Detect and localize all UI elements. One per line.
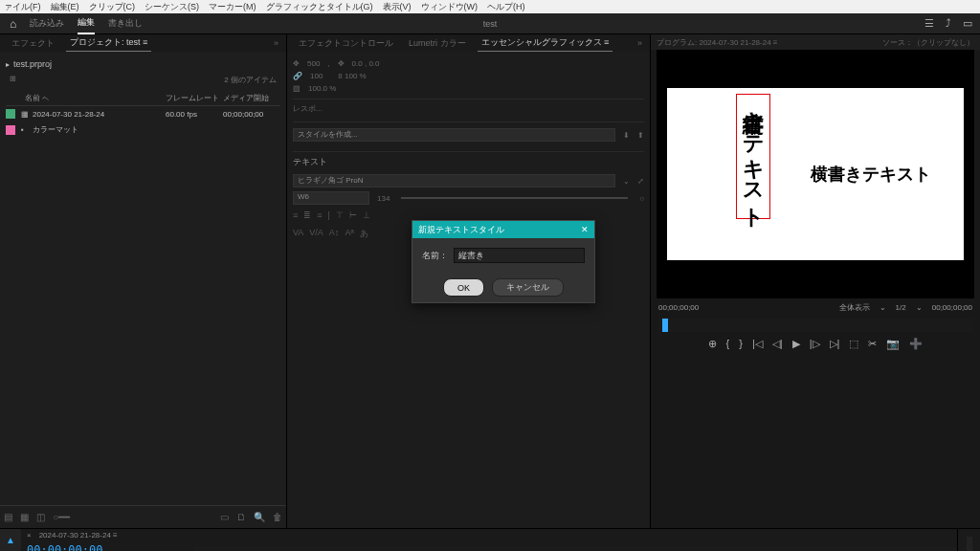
leading-icon[interactable]: A↕ bbox=[329, 228, 340, 240]
menu-graphics[interactable]: グラフィックとタイトル(G) bbox=[266, 1, 373, 13]
timeline-timecode[interactable]: 00;00;00;00 bbox=[21, 541, 193, 551]
sequence-name[interactable]: 2024-07-30 21-28-24 ≡ bbox=[39, 531, 118, 540]
program-playbar[interactable] bbox=[658, 319, 972, 332]
font-size-value[interactable]: 134 bbox=[377, 194, 390, 203]
tab-overflow-icon[interactable]: » bbox=[637, 38, 642, 48]
home-icon[interactable]: ⌂ bbox=[10, 17, 16, 31]
workspace-export[interactable]: 書き出し bbox=[108, 13, 143, 33]
fit-select[interactable]: 全体表示 bbox=[839, 302, 870, 313]
horizontal-text[interactable]: 横書きテキスト bbox=[811, 163, 931, 186]
new-bin-icon[interactable]: ▭ bbox=[220, 512, 229, 522]
export-frame-icon[interactable]: 📷 bbox=[886, 338, 900, 350]
project-panel: ▸test.prproj ⊞ 2 個のアイテム 名前ヘ フレームレート メディア… bbox=[0, 52, 286, 501]
table-row[interactable]: ▪ カラーマット bbox=[6, 121, 280, 138]
row-start: 00;00;00;00 bbox=[223, 110, 280, 119]
opacity-value[interactable]: 100.0 % bbox=[308, 84, 336, 93]
lift-icon[interactable]: ⬚ bbox=[849, 338, 858, 350]
tab-effects[interactable]: エフェクト bbox=[8, 35, 58, 52]
go-in-icon[interactable]: |◁ bbox=[752, 338, 763, 350]
chevron-down-icon[interactable]: ⌄ bbox=[623, 177, 630, 186]
table-row[interactable]: ▦ 2024-07-30 21-28-24 60.00 fps 00;00;00… bbox=[6, 106, 280, 121]
kerning-icon[interactable]: V/A bbox=[309, 228, 323, 240]
program-tc-right[interactable]: 00;00;00;00 bbox=[932, 303, 972, 312]
add-marker-icon[interactable]: ⊕ bbox=[708, 338, 717, 350]
go-out-icon[interactable]: ▷| bbox=[830, 338, 840, 350]
font-weight-select[interactable]: W6 bbox=[293, 191, 369, 205]
share-icon[interactable]: ⤴ bbox=[946, 17, 951, 30]
menu-sequence[interactable]: シーケンス(S) bbox=[145, 1, 199, 13]
col-name[interactable]: 名前 bbox=[25, 94, 40, 102]
tab-project[interactable]: プロジェクト: test ≡ bbox=[66, 34, 151, 52]
menu-help[interactable]: ヘルプ(H) bbox=[487, 1, 525, 13]
align-top-icon[interactable]: ⊤ bbox=[336, 210, 344, 220]
tab-lumetri[interactable]: Lumetri カラー bbox=[405, 35, 470, 52]
up-icon[interactable]: ⬆ bbox=[637, 131, 644, 140]
program-tc-left[interactable]: 00;00;00;00 bbox=[658, 303, 699, 312]
col-framerate[interactable]: フレームレート bbox=[166, 93, 223, 103]
quick-export-icon[interactable]: ☰ bbox=[924, 17, 934, 30]
trash-icon[interactable]: 🗑 bbox=[273, 512, 282, 522]
down-icon[interactable]: ⬇ bbox=[623, 131, 630, 140]
settings-icon[interactable]: ➕ bbox=[909, 338, 923, 350]
search-icon[interactable]: 🔍 bbox=[254, 512, 265, 522]
pos-icon[interactable]: ✥ bbox=[293, 59, 300, 68]
workspace-edit[interactable]: 編集 bbox=[78, 12, 95, 34]
name-input[interactable] bbox=[454, 248, 585, 263]
list-view-icon[interactable]: ▤ bbox=[4, 512, 12, 522]
align-left-icon[interactable]: ≡ bbox=[293, 210, 298, 220]
style-create-field[interactable]: スタイルを作成... bbox=[293, 128, 615, 142]
vertical-text[interactable]: 縦書きテキスト bbox=[736, 94, 770, 219]
align-center-icon[interactable]: ≣ bbox=[303, 210, 311, 220]
font-family-select[interactable]: ヒラギノ角ゴ ProN bbox=[293, 174, 615, 187]
menu-clip[interactable]: クリップ(C) bbox=[89, 1, 136, 13]
half-res[interactable]: 1/2 bbox=[896, 303, 906, 312]
ok-button[interactable]: OK bbox=[443, 278, 484, 297]
tsume-icon[interactable]: あ bbox=[360, 228, 368, 240]
menu-file[interactable]: ァイル(F) bbox=[4, 1, 41, 13]
program-tab[interactable]: プログラム: 2024-07-30 21-28-24 ≡ bbox=[657, 37, 778, 48]
eyedropper-icon[interactable]: ⤢ bbox=[637, 177, 644, 186]
size-slider[interactable] bbox=[401, 197, 628, 199]
playhead-marker[interactable] bbox=[662, 319, 668, 332]
menu-view[interactable]: 表示(V) bbox=[383, 1, 412, 13]
workspace-import[interactable]: 読み込み bbox=[30, 13, 64, 33]
close-seq-icon[interactable]: × bbox=[27, 531, 32, 540]
play-icon[interactable]: ▶ bbox=[792, 338, 800, 350]
align-bottom-icon[interactable]: ⊥ bbox=[363, 210, 370, 220]
cancel-button[interactable]: キャンセル bbox=[492, 278, 564, 297]
fullscreen-icon[interactable]: ▭ bbox=[963, 17, 972, 30]
timeline-ruler[interactable]: ;00;00;00;05;0000;00;10;0000;00;15;0000;… bbox=[193, 547, 957, 551]
close-icon[interactable]: ✕ bbox=[581, 225, 589, 234]
bin-icon[interactable]: ⊞ bbox=[10, 75, 16, 85]
tab-overflow-icon[interactable]: » bbox=[274, 38, 278, 48]
menu-marker[interactable]: マーカー(M) bbox=[209, 1, 256, 13]
col-mediastart[interactable]: メディア開始 bbox=[223, 93, 280, 103]
mark-out-icon[interactable]: } bbox=[739, 338, 743, 350]
align-middle-icon[interactable]: ⊢ bbox=[349, 210, 357, 220]
name-label: 名前： bbox=[422, 250, 448, 262]
new-item-icon[interactable]: 🗋 bbox=[236, 512, 246, 522]
selection-tool-icon[interactable]: ▲ bbox=[6, 535, 15, 545]
icon-view-icon[interactable]: ▦ bbox=[20, 512, 29, 522]
align-right-icon[interactable]: ≡ bbox=[317, 210, 322, 220]
pos-value[interactable]: 500 bbox=[307, 59, 320, 68]
canvas: 縦書きテキスト 横書きテキスト bbox=[667, 88, 964, 260]
opacity-icon[interactable]: ▨ bbox=[293, 84, 301, 93]
baseline-icon[interactable]: Aª bbox=[345, 228, 353, 240]
mark-in-icon[interactable]: { bbox=[726, 338, 730, 350]
tracking-icon[interactable]: VA bbox=[293, 228, 303, 240]
menu-edit[interactable]: 編集(E) bbox=[51, 1, 79, 13]
program-view[interactable]: 縦書きテキスト 横書きテキスト bbox=[657, 50, 974, 298]
tab-essential-graphics[interactable]: エッセンシャルグラフィックス ≡ bbox=[478, 34, 613, 52]
extract-icon[interactable]: ✂ bbox=[868, 338, 877, 350]
zoom-slider[interactable]: ○━━ bbox=[53, 512, 70, 522]
project-toggle-icon[interactable]: ▸ bbox=[6, 60, 10, 69]
step-forward-icon[interactable]: |▷ bbox=[810, 338, 820, 350]
tab-effect-controls[interactable]: エフェクトコントロール bbox=[295, 35, 397, 52]
scale-lock-icon[interactable]: 🔗 bbox=[293, 72, 302, 80]
source-tab[interactable]: ソース：（クリップなし） bbox=[882, 37, 974, 48]
anchor-icon[interactable]: ✥ bbox=[338, 59, 345, 68]
menu-window[interactable]: ウィンドウ(W) bbox=[421, 1, 479, 13]
freeform-view-icon[interactable]: ◫ bbox=[36, 512, 45, 522]
step-back-icon[interactable]: ◁| bbox=[772, 338, 783, 350]
